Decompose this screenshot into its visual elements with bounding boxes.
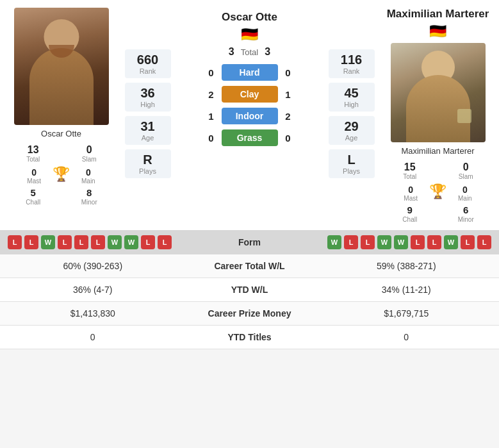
stats-row: 60% (390-263)Career Total W/L59% (388-27… [0, 254, 499, 278]
right-form-badge: W [444, 235, 458, 249]
stats-table: 60% (390-263)Career Total W/L59% (388-27… [0, 254, 499, 349]
left-form-badge: W [41, 235, 55, 249]
left-high-block: 36 High [125, 83, 171, 112]
left-total-cell: 13 Total [12, 144, 55, 163]
left-player-card: Oscar Otte 13 Total 0 Slam 0 Mast [5, 8, 117, 224]
stats-row: $1,413,830Career Prize Money$1,679,715 [0, 302, 499, 326]
right-high-value: 45 [334, 86, 370, 101]
h2h-hard-left: 0 [206, 67, 217, 78]
right-slam-cell: 0 Slam [445, 161, 488, 181]
left-chall-label: Chall [12, 199, 55, 206]
right-total-label: Total [388, 173, 432, 181]
right-main-label: Main [458, 195, 472, 202]
right-slam-value: 0 [445, 161, 488, 173]
form-label: Form [218, 237, 282, 247]
left-high-label: High [130, 101, 166, 108]
left-trophy-icon: 🏆 [53, 166, 70, 183]
right-form-badge: L [411, 235, 425, 249]
right-player-flag: 🇩🇪 [429, 23, 446, 40]
right-high-block: 45 High [329, 83, 375, 112]
h2h-indoor-btn[interactable]: Indoor [222, 108, 278, 124]
right-age-label: Age [334, 134, 370, 142]
right-plays-block: L Plays [329, 149, 375, 178]
stats-center-label: YTD Titles [186, 332, 314, 342]
right-player-name-below: Maximilian Marterer [401, 146, 474, 156]
right-form-badge: L [344, 235, 358, 249]
right-minor-value: 6 [445, 204, 488, 216]
left-form-badge: L [158, 235, 172, 249]
right-form-badge: L [477, 235, 491, 249]
left-chall-cell: 5 Chall [12, 187, 55, 206]
left-form-badge: L [8, 235, 22, 249]
h2h-hard-right: 0 [283, 67, 293, 78]
right-high-label: High [334, 101, 370, 108]
right-rank-label: Rank [334, 67, 370, 75]
left-rank-block: 660 Rank [125, 49, 171, 78]
left-form-badge: L [58, 235, 72, 249]
left-minor-value: 8 [68, 187, 111, 199]
left-mast-cell: 0 Mast [27, 167, 41, 185]
right-form-badges: WLLWWLLWLL [282, 235, 492, 249]
left-age-value: 31 [130, 119, 166, 134]
left-chall-value: 5 [12, 187, 55, 199]
h2h-grass-btn[interactable]: Grass [222, 129, 278, 146]
left-form-badge: L [91, 235, 105, 249]
right-form-badge: W [327, 235, 341, 249]
left-form-badge: L [141, 235, 155, 249]
left-player-name-header: Oscar Otte [222, 11, 277, 24]
stats-left-value: 60% (390-263) [0, 261, 186, 271]
stats-row: 0YTD Titles0 [0, 326, 499, 349]
h2h-grass-row: 0 Grass 0 [206, 129, 293, 146]
right-mid-stats: 116 Rank 45 High 29 Age L Plays [321, 8, 382, 224]
right-rank-value: 116 [334, 53, 370, 67]
left-mid-stats: 660 Rank 36 High 31 Age R Plays [117, 8, 178, 224]
h2h-clay-row: 2 Clay 1 [206, 86, 293, 103]
h2h-total-left: 3 [229, 46, 234, 58]
right-mast-cell: 0 Mast [404, 185, 418, 202]
main-container: Oscar Otte 13 Total 0 Slam 0 Mast [0, 0, 499, 349]
h2h-grass-right: 0 [283, 133, 293, 144]
right-form-badge: W [394, 235, 408, 249]
h2h-clay-btn[interactable]: Clay [222, 86, 278, 103]
left-minor-label: Minor [68, 199, 111, 206]
left-form-badge: W [108, 235, 122, 249]
stats-left-value: $1,413,830 [0, 308, 186, 319]
right-rank-block: 116 Rank [329, 49, 375, 78]
left-slam-value: 0 [68, 144, 111, 156]
h2h-hard-row: 0 Hard 0 [206, 64, 293, 81]
right-mast-value: 0 [404, 185, 418, 195]
h2h-total-right: 3 [265, 46, 270, 58]
h2h-clay-right: 1 [283, 89, 293, 100]
left-main-value: 0 [81, 167, 95, 178]
left-player-photo [14, 8, 109, 125]
right-slam-label: Slam [445, 173, 488, 181]
h2h-hard-btn[interactable]: Hard [222, 64, 278, 81]
left-mast-label: Mast [27, 178, 41, 185]
left-form-badges: LLWLLLWWLL [8, 235, 218, 249]
left-form-badge: W [124, 235, 138, 249]
stats-left-value: 36% (4-7) [0, 285, 186, 295]
left-total-label: Total [12, 156, 55, 163]
h2h-total-row: 3 Total 3 [229, 46, 270, 58]
h2h-clay-left: 2 [206, 89, 217, 100]
right-player-photo [391, 43, 486, 142]
left-player-name-below: Oscar Otte [41, 129, 81, 138]
right-age-block: 29 Age [329, 116, 375, 145]
left-main-cell: 0 Main [81, 167, 95, 185]
right-trophy-icon: 🏆 [429, 183, 446, 200]
right-main-value: 0 [458, 185, 472, 195]
stats-right-value: 34% (11-21) [314, 285, 500, 295]
left-main-label: Main [81, 178, 95, 185]
right-minor-label: Minor [445, 216, 488, 224]
right-mast-label: Mast [404, 195, 418, 202]
stats-right-value: 59% (388-271) [314, 261, 500, 271]
right-minor-cell: 6 Minor [445, 204, 488, 224]
right-main-cell: 0 Main [458, 185, 472, 202]
form-section: LLWLLLWWLL Form WLLWWLLWLL [0, 230, 499, 254]
right-player-card: Maximilian Marterer 🇩🇪 Maximilian Marter… [382, 8, 494, 224]
stats-center-label: Career Prize Money [186, 308, 314, 319]
stats-left-value: 0 [0, 332, 186, 342]
h2h-total-label: Total [241, 47, 258, 57]
stats-right-value: $1,679,715 [314, 308, 500, 319]
stats-right-value: 0 [314, 332, 500, 342]
